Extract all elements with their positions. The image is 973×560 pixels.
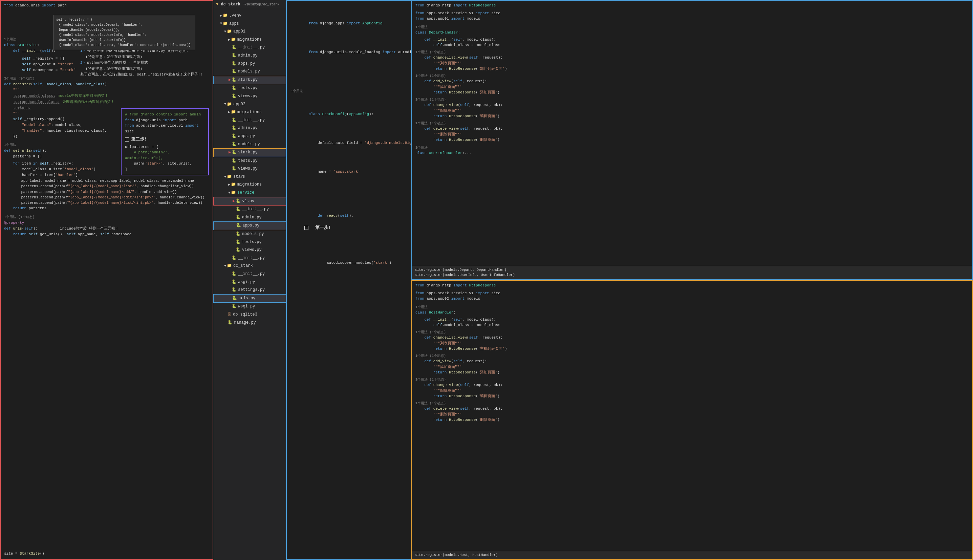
code-line: from django.http import HttpResponse [415,283,969,288]
code-line: patterns.append(path(f"{app_label}/{mode… [4,183,209,189]
tree-item-app01-init[interactable]: 🐍 __init__.py [213,44,286,52]
bottom-right-panels: from django.http import HttpResponse fro… [412,0,973,560]
code-line: patterns.append(path(f"{app_label}/{mode… [4,195,209,200]
tree-item-v1[interactable]: ▶ 🐍 v1.py [213,197,286,206]
file-tree-panel: ▼ dc_stark ~/Desktop/dc_stark ▶ 📁 .venv … [213,0,286,560]
code-line: from django.urls import path [4,3,209,8]
count-label: 1个用法 (1个动态) [415,330,969,335]
code-line: from django.http import HttpResponse [415,3,969,8]
code-line: site.register(models.Host, HostHandler) [415,553,970,558]
code-line: def register(self, model_class, handler_… [4,82,209,87]
tree-item-app01[interactable]: ▼ 📁 app01 [213,28,286,36]
panel-host-handler: from django.http import HttpResponse fro… [412,280,973,560]
tree-item-stark-init[interactable]: 🐍 __init__.py [213,254,286,262]
count-label: 1个用法 (1个动态) [415,377,969,383]
code-line: @property [4,220,209,226]
tree-item-app02-migrations[interactable]: ▶ 📁 migrations [213,108,286,117]
tree-item-app01-admin[interactable]: 🐍 admin.py [213,52,286,60]
tree-item-apps[interactable]: ▼ 📁 apps [213,20,286,28]
code-line: :param handler_class: 处理请求的视图函数所在的类！ [4,99,209,105]
code-line: class DepartHandler: [415,30,969,35]
code-line: return HttpResponse('删除页面') [415,137,969,143]
tree-item-service-tests[interactable]: 🐍 tests.py [213,238,286,247]
code-line: def urls(self): include的本质 得到一个三元祖！ [4,226,209,232]
left-code-panel: from django.urls import path self._regis… [0,0,213,560]
tree-item-service-apps[interactable]: 🐍 apps.py [213,222,286,230]
tree-item-service-views[interactable]: 🐍 views.py [213,246,286,254]
tree-item-stark-migrations[interactable]: ▶ 📁 migrations [213,181,286,189]
tree-item-app01-apps[interactable]: 🐍 apps.py [213,60,286,68]
tree-item-dc-settings[interactable]: 🐍 settings.py [213,286,286,294]
tree-item-stark-folder[interactable]: ▼ 📁 stark [213,173,286,181]
code-line: autodiscover_modules('stark') [291,254,407,272]
code-line: from apps.app01 import models [415,16,969,22]
tree-item-dc-urls[interactable]: 🐍 urls.py [213,294,286,303]
tree-item-app01-tests[interactable]: 🐍 tests.py [213,84,286,92]
site-instantiation: site = StarkSite() [4,551,44,557]
count-label: 1个用法 [415,145,969,151]
tree-item-app02-stark[interactable]: ▶ 🐍 stark.py [213,148,286,157]
code-line: def __init__(self, model_class): [415,317,969,323]
tree-item-app02[interactable]: ▼ 📁 app02 [213,100,286,109]
code-line: return HttpResponse('编辑页面') [415,393,969,399]
right-panels-container: from django.apps import AppConfig from d… [286,0,973,560]
code-line: def __init__(self, model_class): [415,37,969,43]
tree-item-service-init[interactable]: 🐍 __init__.py [213,205,286,213]
register-lines: site.register(models.Depart, DepartHandl… [412,266,972,280]
tree-item-app02-tests[interactable]: 🐍 tests.py [213,157,286,165]
count-label: 1个用法 (1个动态) [415,97,969,103]
count-label: 1个用法 (1个动态) [415,120,969,126]
registry-annotation-box: self._registry = { {'model_class': model… [53,15,195,50]
tree-item-manage[interactable]: 🐍 manage.py [213,319,286,327]
count-label: 1个用法 (1个动态) [415,353,969,359]
tree-item-app02-models[interactable]: 🐍 models.py [213,140,286,148]
tree-item-venv[interactable]: ▶ 📁 .venv [213,12,286,20]
tree-item-dc-init[interactable]: 🐍 __init__.py [213,270,286,278]
tree-item-service-folder[interactable]: ▼ 📁 service [213,189,286,197]
tree-item-dc-asgi[interactable]: 🐍 asgi.py [213,278,286,287]
code-line: return HttpResponse('添加页面') [415,370,969,375]
tree-item-service-models[interactable]: 🐍 models.py [213,230,286,238]
code-line: from apps.app02 import models [415,296,969,302]
code-line: self.model_class = model_class [415,322,969,328]
tree-item-app01-views[interactable]: 🐍 views.py [213,92,286,100]
code-line: """删除页面""" [415,412,969,417]
tree-item-dc-wsgi[interactable]: 🐍 wsgi.py [213,303,286,311]
tree-item-app02-init[interactable]: 🐍 __init__.py [213,117,286,125]
code-line: """ [4,87,209,93]
tree-item-db-sqlite[interactable]: 🗄 db.sqlite3 [213,311,286,319]
code-line: def delete_view(self, request, pk): [415,126,969,132]
code-line: def add_view(self, request): [415,78,969,84]
tree-root-label: ▼ dc_stark ~/Desktop/dc_stark [216,2,279,7]
code-line: def change_view(self, request, pk): [415,382,969,388]
code-line: def delete_view(self, request, pk): [415,406,969,412]
count-label: 1个用法 (1个动态) [415,400,969,406]
code-line: return HttpResponse('主机列表页面') [415,346,969,352]
tree-item-dc-stark-folder[interactable]: ▼ 📁 dc_stark [213,262,286,270]
code-line: def add_view(self, request): [415,358,969,364]
code-line: """添加页面""" [415,84,969,90]
panel-depart-handler: from django.http import HttpResponse fro… [412,0,973,280]
code-line: """列表页面""" [415,341,969,347]
count-label: 1个用法 (1个动态) [415,73,969,79]
code-line: patterns.append(path(f"{app_label}/{mode… [4,200,209,205]
tree-item-service-admin[interactable]: 🐍 admin.py [213,213,286,222]
code-line: class UserInfoHandler:... [415,150,969,156]
code-line: :param model_class: models中数据库中对应的类！ [4,93,209,99]
code-line: site.register(models.Depart, DepartHandl… [415,267,970,273]
code-line: from apps.stark.service.v1 import site [415,10,969,16]
code-line: """删除页面""" [415,132,969,137]
tree-item-app01-models[interactable]: 🐍 models.py [213,68,286,76]
code-line: def changelist_view(self, request): [415,55,969,61]
code-line: from apps.stark.service.v1 import site [415,290,969,296]
code-line: """编辑页面""" [415,388,969,394]
tree-item-app02-admin[interactable]: 🐍 admin.py [213,124,286,132]
tree-item-app01-migrations[interactable]: ▶ 📁 migrations [213,36,286,44]
include-annotation: 1> 去 已注册 的所有app的目录下 找 stark.py 文件并导入. (特… [80,48,202,78]
tree-item-app02-views[interactable]: 🐍 views.py [213,165,286,173]
code-line: return HttpResponse('部门列表页面') [415,66,969,72]
tree-item-app01-stark[interactable]: ▶ 🐍 stark.py [213,76,286,85]
step2-annotation-box: # from django.contrib import admin from … [121,108,209,175]
code-line: default_auto_field = 'django.db.models.B… [291,134,407,152]
tree-item-app02-apps[interactable]: 🐍 apps.py [213,132,286,140]
